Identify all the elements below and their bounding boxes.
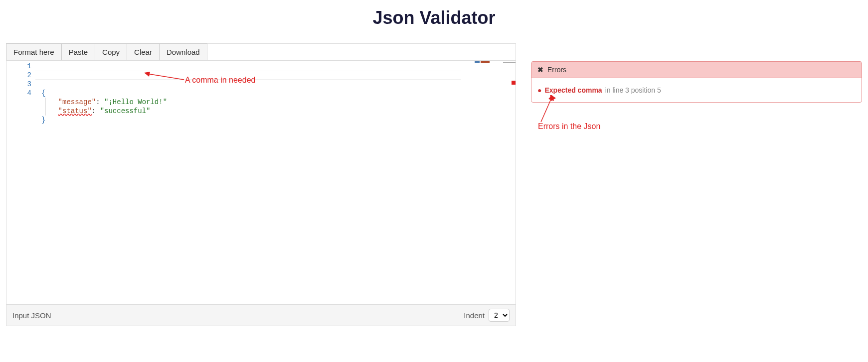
errors-panel: ✖ Errors ●Expected commain line 3 positi… xyxy=(531,43,862,326)
code-area[interactable]: { "message": "¡Hello World!" "status": "… xyxy=(35,61,461,304)
page-title: Json Validator xyxy=(0,7,868,28)
code-line[interactable]: "message": "¡Hello World!" xyxy=(35,98,461,107)
errors-box: ✖ Errors ●Expected commain line 3 positi… xyxy=(531,61,862,103)
error-item[interactable]: ●Expected commain line 3 position 5 xyxy=(537,86,856,94)
editor-footer: Input JSON Indent 2 xyxy=(6,304,516,326)
error-marker[interactable] xyxy=(512,81,516,85)
code-line[interactable]: } xyxy=(35,116,461,124)
indent-label: Indent xyxy=(464,311,485,320)
toolbar: Format here Paste Copy Clear Download xyxy=(6,43,207,60)
footer-label: Input JSON xyxy=(12,311,51,320)
editor-panel: Format here Paste Copy Clear Download 12… xyxy=(6,43,516,326)
errors-header: ✖ Errors xyxy=(531,62,862,78)
download-button[interactable]: Download xyxy=(160,44,207,60)
arrow-icon xyxy=(537,95,557,125)
svg-line-2 xyxy=(541,97,552,122)
code-line[interactable]: { xyxy=(35,89,461,98)
errors-list: ●Expected commain line 3 position 5 xyxy=(531,78,862,102)
paste-button[interactable]: Paste xyxy=(62,44,95,60)
clear-button[interactable]: Clear xyxy=(127,44,160,60)
code-line[interactable]: "status": "successful" xyxy=(35,107,461,116)
errors-title: Errors xyxy=(547,66,566,74)
copy-button[interactable]: Copy xyxy=(95,44,127,60)
line-gutter: 1234 xyxy=(6,61,35,304)
format-button[interactable]: Format here xyxy=(6,44,62,60)
code-editor[interactable]: 1234 { "message": "¡Hello World!" "statu… xyxy=(6,60,516,304)
close-icon[interactable]: ✖ xyxy=(537,66,543,74)
minimap[interactable] xyxy=(461,61,516,304)
indent-select[interactable]: 2 xyxy=(489,309,510,322)
